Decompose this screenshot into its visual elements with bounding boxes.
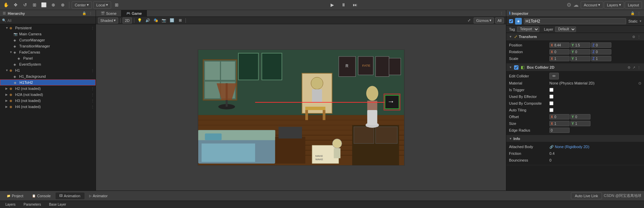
- item-more-btn[interactable]: ⋮: [91, 93, 94, 97]
- scene-more-btn[interactable]: ⋮: [499, 11, 504, 15]
- box-collider-header[interactable]: ▼ ◧ Box Collider 2D ⚙ ↗ ⋮: [506, 64, 644, 71]
- svg-text:R: R: [345, 63, 348, 68]
- collider-more-btn[interactable]: ⋮: [637, 66, 641, 69]
- rotation-x-input[interactable]: [554, 50, 567, 54]
- anim-btn[interactable]: 🔢: [169, 18, 175, 24]
- tab-console[interactable]: 📋 Console: [28, 193, 55, 199]
- tree-item-h3[interactable]: ▶ ⊕ H3 (not loaded) ⋮: [0, 98, 96, 104]
- scale-x-input[interactable]: [554, 57, 567, 61]
- search-input[interactable]: [7, 19, 94, 23]
- tree-item-main-camera[interactable]: 📷 Main Camera: [0, 31, 96, 37]
- grid2-btn[interactable]: ⊞: [177, 18, 183, 24]
- tree-item-h2[interactable]: ▶ ⊕ H2 (not loaded) ⋮: [0, 85, 96, 92]
- viewport-area[interactable]: R FATE → M: [96, 24, 506, 190]
- offset-x-input[interactable]: [554, 115, 567, 119]
- account-dropdown[interactable]: Account▾: [581, 1, 603, 9]
- tree-item-transition-manager[interactable]: ◈ TransitionManager: [0, 43, 96, 49]
- scale-tool-btn[interactable]: ⊞: [30, 1, 38, 9]
- hierarchy-more-btn[interactable]: ⋮: [88, 11, 93, 15]
- custom-tool-btn[interactable]: ⊗: [59, 1, 67, 9]
- edge-radius-input[interactable]: [549, 128, 570, 133]
- collider-expand-btn[interactable]: ↗: [632, 66, 636, 69]
- light-btn[interactable]: 💡: [136, 18, 143, 24]
- layer-dropdown[interactable]: Default: [555, 27, 576, 32]
- is-trigger-checkbox[interactable]: [549, 88, 553, 92]
- local-dropdown[interactable]: Local▾: [93, 1, 111, 9]
- tree-item-fade-canvas[interactable]: ▼ ◈ FadeCanvas: [0, 49, 96, 55]
- sub-tab-parameters[interactable]: Parameters: [21, 202, 44, 208]
- tree-item-h1-background[interactable]: ◈ H1_Background: [0, 73, 96, 79]
- position-x-input[interactable]: [554, 43, 567, 47]
- rotate-tool-btn[interactable]: ↺: [21, 1, 29, 9]
- all-dropdown[interactable]: All: [495, 18, 504, 24]
- item-more-btn[interactable]: ⋮: [91, 69, 94, 72]
- item-more-btn[interactable]: ⋮: [91, 99, 94, 103]
- transform-header[interactable]: ▼ ⤢ Transform ⚙ ⋮: [506, 33, 644, 40]
- hand-tool-btn[interactable]: ✋: [2, 1, 10, 9]
- fx-btn[interactable]: 🎭: [152, 18, 159, 24]
- collider-settings-btn[interactable]: ⚙: [627, 66, 631, 69]
- sub-tab-layers[interactable]: Layers: [3, 202, 18, 208]
- tree-item-event-system[interactable]: ◈ EventSystem: [0, 61, 96, 67]
- item-more-btn[interactable]: ⋮: [91, 87, 94, 91]
- rect-tool-btn[interactable]: ⬜: [40, 1, 48, 9]
- tab-scene[interactable]: 🎬 Scene: [96, 10, 122, 17]
- material-select-btn[interactable]: ⊙: [638, 81, 641, 85]
- hierarchy-lock-btn[interactable]: 🔒: [81, 11, 87, 15]
- scale-y-input[interactable]: [575, 57, 587, 61]
- tree-item-h1[interactable]: ▼ ⊕ H1 ⋮: [0, 67, 96, 73]
- tab-animation[interactable]: 🎞 Animation: [56, 193, 84, 199]
- info-header[interactable]: ▼ Info: [506, 135, 644, 142]
- gizmos-dropdown[interactable]: Gizmos▾: [474, 18, 494, 24]
- auto-tiling-checkbox[interactable]: [549, 108, 553, 112]
- rotation-z-input[interactable]: [596, 50, 608, 54]
- position-z-input[interactable]: [596, 43, 608, 47]
- transform-settings-btn[interactable]: ⚙: [632, 35, 636, 39]
- item-more-btn[interactable]: ⋮: [91, 105, 94, 109]
- audio-btn[interactable]: 🔊: [144, 18, 151, 24]
- inspector-more-btn[interactable]: ⋮: [637, 11, 641, 15]
- collider-enabled-checkbox[interactable]: [514, 65, 518, 70]
- position-y-input[interactable]: [575, 43, 587, 47]
- tab-game[interactable]: 🎮 Game: [122, 10, 147, 17]
- center-dropdown[interactable]: Center▾: [72, 1, 92, 9]
- mode-dropdown[interactable]: 2D: [123, 18, 132, 24]
- layer-label: Layer: [544, 27, 553, 31]
- tree-item-h4[interactable]: ▶ ⊕ H4 (not loaded) ⋮: [0, 104, 96, 110]
- transform-tool-btn[interactable]: ⊕: [49, 1, 57, 9]
- tag-dropdown[interactable]: Teleport: [517, 27, 539, 32]
- used-by-composite-checkbox[interactable]: [549, 101, 553, 105]
- edit-collider-btn[interactable]: ✏: [549, 73, 559, 79]
- size-y-input[interactable]: [575, 122, 587, 126]
- tree-item-h2a[interactable]: ▶ ⊕ H2A (not loaded) ⋮: [0, 92, 96, 98]
- layout-dropdown[interactable]: Layout: [625, 1, 642, 9]
- used-by-effector-checkbox[interactable]: [549, 95, 553, 99]
- transform-more-btn[interactable]: ⋮: [637, 35, 641, 39]
- gizmo-move-btn[interactable]: ⤢: [466, 18, 472, 24]
- scale-z-input[interactable]: [596, 57, 608, 61]
- size-x-input[interactable]: [554, 122, 567, 126]
- layers-dropdown[interactable]: Layers▾: [604, 1, 624, 9]
- inspector-lock-btn[interactable]: 🔒: [630, 11, 635, 15]
- offset-y-input[interactable]: [575, 115, 587, 119]
- rotation-y-input[interactable]: [575, 50, 587, 54]
- tab-project[interactable]: 📁 Project: [3, 193, 27, 199]
- tree-item-cursor-manager[interactable]: ◈ CursorManager: [0, 37, 96, 43]
- tree-item-h1toh2[interactable]: ◈ H1ToH2: [0, 79, 96, 85]
- object-enabled-checkbox[interactable]: [509, 19, 513, 23]
- auto-live-link-btn[interactable]: Auto Live Link: [571, 193, 602, 199]
- camera-btn[interactable]: 📷: [161, 18, 167, 24]
- sub-tab-base-layer[interactable]: Base Layer: [46, 202, 69, 208]
- shading-dropdown[interactable]: Shaded▾: [98, 18, 118, 24]
- tree-item-panel[interactable]: ◈ Panel: [0, 55, 96, 61]
- grid-btn[interactable]: ⊞: [112, 1, 121, 9]
- play-btn[interactable]: ▶: [328, 1, 337, 9]
- tree-item-persistent[interactable]: ▼ ⊕ Persistent ⋮: [0, 25, 96, 31]
- tab-animator[interactable]: ▷ Animator: [85, 193, 112, 199]
- step-btn[interactable]: ⏭: [350, 1, 360, 9]
- move-tool-btn[interactable]: ✥: [11, 1, 20, 9]
- pause-btn[interactable]: ⏸: [339, 1, 348, 9]
- object-name-input[interactable]: [524, 18, 626, 24]
- item-more-btn[interactable]: ⋮: [91, 26, 94, 30]
- object-icon: ◈: [13, 63, 18, 66]
